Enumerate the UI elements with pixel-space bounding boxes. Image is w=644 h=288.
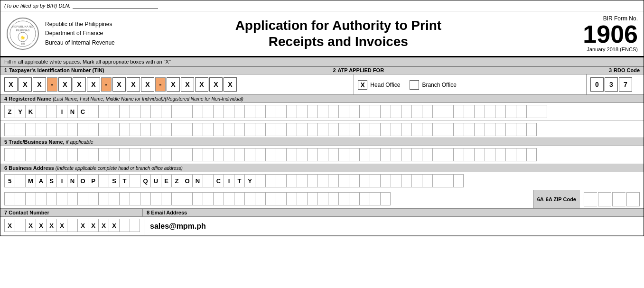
ch: N <box>67 105 77 118</box>
tin-box-11: X <box>181 77 194 92</box>
ch <box>432 148 443 161</box>
ch <box>349 105 359 118</box>
ch <box>453 148 464 161</box>
section4-row1: Z Y K I N C <box>0 103 644 121</box>
ch <box>140 123 150 136</box>
ch <box>443 105 453 118</box>
rdo-section: 0 3 7 <box>587 74 644 94</box>
ch: A <box>36 174 46 187</box>
ch <box>130 123 140 136</box>
ch <box>255 192 265 205</box>
ch <box>161 192 171 205</box>
ch <box>4 123 15 136</box>
ch <box>255 105 265 118</box>
section1-number: 1 <box>4 67 7 73</box>
ch <box>56 123 67 136</box>
ch <box>213 105 224 118</box>
instruction-row: Fill in all applicable white spaces. Mar… <box>0 57 644 66</box>
head-office-checkbox[interactable]: X <box>358 80 367 90</box>
ch <box>516 123 526 136</box>
section6-header: 6 Business Address (Indicate applicable … <box>0 164 644 172</box>
ch <box>224 123 234 136</box>
ch: N <box>67 174 77 187</box>
ch <box>401 105 411 118</box>
dln-input[interactable] <box>73 2 158 9</box>
svg-text:🌟: 🌟 <box>20 35 25 40</box>
ch <box>317 174 328 187</box>
ch <box>443 174 453 187</box>
ch: X <box>46 219 56 232</box>
ch: M <box>25 174 36 187</box>
branch-office-label: Branch Office <box>422 82 456 88</box>
ch <box>495 105 505 118</box>
ch <box>359 105 370 118</box>
tin-dash-1: - <box>47 77 57 92</box>
section2-number: 2 <box>329 67 336 73</box>
ch <box>349 148 359 161</box>
ch <box>109 105 119 118</box>
ch <box>516 148 526 161</box>
ch <box>317 123 328 136</box>
ch <box>203 123 213 136</box>
ch <box>307 148 317 161</box>
atp-options: X Head Office Branch Office <box>358 80 582 90</box>
ch <box>140 105 150 118</box>
ch <box>328 105 338 118</box>
ch <box>286 123 297 136</box>
ch: C <box>77 105 88 118</box>
tin-section: X X X - X X X - X X X - X X X X X <box>0 74 354 94</box>
agency-line2: Department of Finance <box>45 29 115 38</box>
ch: 5 <box>4 174 15 187</box>
ch: O <box>77 174 88 187</box>
ch: X <box>109 219 119 232</box>
tin-box-7: X <box>112 77 126 92</box>
rdo-box-1: 0 <box>590 77 604 92</box>
ch <box>453 105 464 118</box>
ch <box>67 192 77 205</box>
section8-number: 8 <box>147 210 151 215</box>
ch <box>15 192 25 205</box>
ch <box>213 192 224 205</box>
instruction-text: Fill in all applicable white spaces. Mar… <box>4 59 171 65</box>
ch <box>380 105 391 118</box>
section6-row1: 5 M A S I N O P S T Q U E Z O N C I T Y <box>0 172 644 190</box>
ch <box>474 123 485 136</box>
section7-header: 7 Contact Number <box>0 209 143 216</box>
section1-header: 1 Taxpayer's Identification Number (TIN)… <box>0 66 644 74</box>
form-number-block: BIR Form No. 1906 January 2018 (ENCS) <box>562 15 638 52</box>
ch <box>422 123 432 136</box>
section3-number: 3 <box>609 67 612 73</box>
ch: I <box>56 105 67 118</box>
ch <box>15 219 25 232</box>
form-page: (To be filled up by BIR) DLN: REPUBLIKA … <box>0 0 644 236</box>
head-office-label: Head Office <box>370 82 400 88</box>
ch <box>234 192 244 205</box>
ch <box>297 123 307 136</box>
ch <box>432 174 443 187</box>
ch <box>453 123 464 136</box>
ch <box>150 123 161 136</box>
ch <box>234 123 244 136</box>
ch <box>4 148 15 161</box>
ch <box>161 148 171 161</box>
ch <box>265 123 276 136</box>
branch-office-checkbox[interactable] <box>410 80 419 90</box>
section6-row2-zip: 6A 6A ZIP Code <box>0 190 644 209</box>
ch <box>359 123 370 136</box>
ch <box>36 192 46 205</box>
ch <box>25 148 36 161</box>
ch <box>464 123 474 136</box>
section6-number: 6 <box>4 165 9 171</box>
svg-text:REPUBLIKA NG: REPUBLIKA NG <box>12 25 33 28</box>
section7-title: Contact Number <box>9 210 49 215</box>
ch <box>349 174 359 187</box>
section4-title: Registered Name <box>9 96 51 102</box>
ch <box>380 148 391 161</box>
form-header: REPUBLIKA NG PILIPINAS 🌟 BIR Republic of… <box>0 11 644 57</box>
ch <box>307 174 317 187</box>
section7-8-data: X X X X X X X X X sales@mpm.ph <box>0 217 644 236</box>
ch <box>432 105 443 118</box>
ch <box>150 148 161 161</box>
ch <box>317 105 328 118</box>
ch: X <box>77 219 88 232</box>
